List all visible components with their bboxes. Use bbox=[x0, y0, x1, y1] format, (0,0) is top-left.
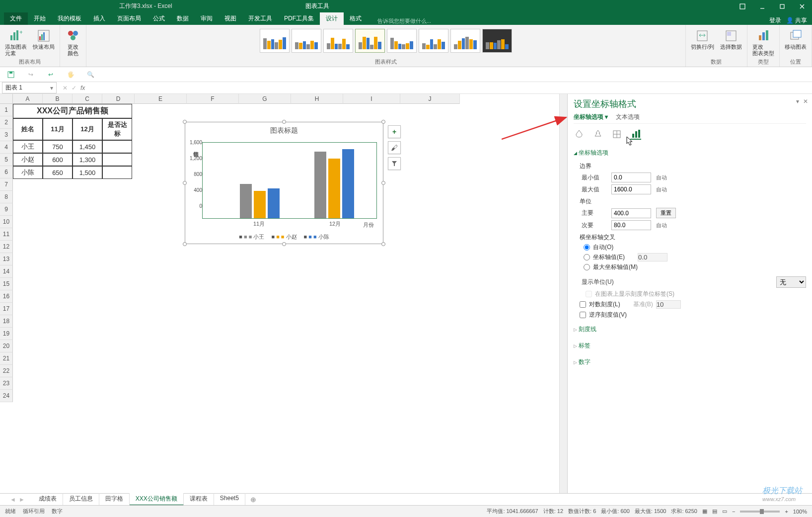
row-header[interactable]: 22 bbox=[0, 365, 13, 377]
legend-item[interactable]: ■ 小赵 bbox=[271, 233, 296, 241]
enter-formula-icon[interactable]: ✓ bbox=[72, 85, 76, 91]
view-normal-icon[interactable]: ▦ bbox=[702, 508, 707, 515]
resize-handle[interactable] bbox=[381, 120, 385, 124]
fx-icon[interactable]: fx bbox=[80, 85, 85, 91]
row-header[interactable]: 8 bbox=[0, 191, 13, 203]
resize-handle[interactable] bbox=[381, 242, 385, 246]
column-header[interactable]: E bbox=[135, 94, 187, 104]
tab-插入[interactable]: 插入 bbox=[87, 12, 111, 25]
sheet-nav-next-icon[interactable]: ► bbox=[19, 496, 25, 503]
row-header[interactable]: 13 bbox=[0, 253, 13, 265]
chart-style-thumb[interactable] bbox=[450, 29, 480, 53]
save-icon[interactable] bbox=[6, 70, 16, 80]
pane-close-icon[interactable]: ✕ bbox=[803, 98, 808, 105]
column-header[interactable]: D bbox=[102, 94, 135, 104]
row-header[interactable]: 3 bbox=[0, 129, 13, 141]
view-page-layout-icon[interactable]: ▤ bbox=[712, 508, 717, 515]
section-number[interactable]: 数字 bbox=[574, 356, 806, 368]
redo-icon[interactable]: ↪ bbox=[26, 70, 36, 80]
column-header[interactable]: J bbox=[400, 94, 460, 104]
chart-legend[interactable]: ■ 小王■ 小赵■ 小陈 bbox=[185, 233, 383, 241]
chart-title[interactable]: 图表标题 bbox=[185, 122, 383, 139]
column-header[interactable]: G bbox=[239, 94, 291, 104]
ribbon-display-options-icon[interactable] bbox=[733, 0, 752, 12]
chart-plot-area[interactable] bbox=[202, 142, 377, 219]
quick-layout-button[interactable]: 快速布局 bbox=[31, 27, 57, 51]
chart-bar[interactable] bbox=[240, 184, 252, 218]
chart-bar[interactable] bbox=[314, 152, 326, 218]
row-header[interactable]: 17 bbox=[0, 303, 13, 315]
row-header[interactable]: 11 bbox=[0, 228, 13, 241]
row-header[interactable]: 5 bbox=[0, 154, 13, 166]
cross-value-input[interactable] bbox=[638, 253, 667, 261]
sheet-tab[interactable]: 田字格 bbox=[99, 493, 130, 506]
tab-开发工具[interactable]: 开发工具 bbox=[242, 12, 278, 25]
spreadsheet-grid[interactable]: ABCDEFGHIJ 12345678910111213141516171819… bbox=[0, 94, 567, 493]
share-button[interactable]: 👤 共享 bbox=[786, 16, 807, 25]
axis-max-input[interactable] bbox=[611, 184, 651, 194]
column-header[interactable]: H bbox=[291, 94, 343, 104]
legend-item[interactable]: ■ 小陈 bbox=[304, 233, 329, 241]
row-header[interactable]: 19 bbox=[0, 328, 13, 340]
chart-style-thumb[interactable] bbox=[482, 29, 512, 53]
print-preview-icon[interactable]: 🔍 bbox=[85, 70, 95, 80]
chart-elements-plus-icon[interactable]: + bbox=[388, 125, 401, 138]
vertical-scrollbar[interactable] bbox=[559, 94, 567, 493]
reverse-order-checkbox[interactable] bbox=[580, 312, 586, 318]
formula-input[interactable] bbox=[89, 84, 808, 91]
log-base-input[interactable] bbox=[656, 300, 681, 309]
cross-value-radio[interactable] bbox=[584, 254, 590, 260]
tab-format[interactable]: 格式 bbox=[344, 12, 368, 25]
log-scale-checkbox[interactable] bbox=[580, 301, 586, 308]
zoom-out-icon[interactable]: − bbox=[732, 509, 735, 515]
pane-tab-axis-options[interactable]: 坐标轴选项 ▾ bbox=[574, 113, 608, 121]
sheet-tab[interactable]: 课程表 bbox=[184, 493, 214, 506]
cross-max-radio[interactable] bbox=[584, 264, 590, 270]
add-chart-element-button[interactable]: + 添加图表 元素 bbox=[3, 27, 29, 58]
row-header[interactable]: 24 bbox=[0, 390, 13, 402]
row-header[interactable]: 23 bbox=[0, 377, 13, 390]
embedded-chart[interactable]: 图表标题 销售额 04008001,2001,600 11月12月 月份 ■ 小… bbox=[185, 122, 383, 244]
zoom-in-icon[interactable]: + bbox=[785, 509, 788, 515]
row-header[interactable]: 20 bbox=[0, 340, 13, 352]
row-header[interactable]: 1 bbox=[0, 104, 13, 116]
tab-开始[interactable]: 开始 bbox=[28, 12, 52, 25]
touch-mode-icon[interactable]: 🖐 bbox=[66, 70, 75, 80]
minimize-icon[interactable] bbox=[752, 0, 772, 12]
row-header[interactable]: 2 bbox=[0, 116, 13, 129]
resize-handle[interactable] bbox=[282, 242, 286, 246]
tell-me-input[interactable]: 告诉我您想要做什么... bbox=[377, 17, 431, 25]
sheet-tab[interactable]: Sheet5 bbox=[214, 493, 245, 506]
chart-style-thumb[interactable] bbox=[323, 29, 353, 53]
select-data-button[interactable]: 选择数据 bbox=[718, 27, 744, 51]
row-header[interactable]: 18 bbox=[0, 315, 13, 328]
chart-style-thumb[interactable] bbox=[355, 29, 385, 53]
chart-bar[interactable] bbox=[328, 159, 340, 218]
chart-style-thumb[interactable] bbox=[419, 29, 448, 53]
tab-我的模板[interactable]: 我的模板 bbox=[52, 12, 87, 25]
major-unit-input[interactable] bbox=[611, 208, 651, 218]
add-sheet-icon[interactable]: ⊕ bbox=[245, 496, 261, 504]
chart-x-axis-title[interactable]: 月份 bbox=[363, 221, 374, 229]
fill-line-icon[interactable] bbox=[574, 129, 585, 140]
column-header[interactable]: A bbox=[13, 94, 43, 104]
chart-bar[interactable] bbox=[268, 188, 280, 218]
tab-数据[interactable]: 数据 bbox=[171, 12, 195, 25]
major-unit-reset-button[interactable]: 重置 bbox=[656, 208, 676, 218]
row-header[interactable]: 16 bbox=[0, 290, 13, 303]
column-header[interactable]: B bbox=[43, 94, 73, 104]
section-tick-marks[interactable]: 刻度线 bbox=[574, 323, 806, 336]
resize-handle[interactable] bbox=[183, 120, 187, 124]
axis-min-input[interactable] bbox=[611, 172, 651, 182]
chart-filter-funnel-icon[interactable] bbox=[388, 157, 401, 170]
chart-bar[interactable] bbox=[342, 149, 354, 218]
resize-handle[interactable] bbox=[183, 242, 187, 246]
undo-icon[interactable]: ↩ bbox=[46, 70, 56, 80]
row-header[interactable]: 7 bbox=[0, 178, 13, 191]
name-box[interactable]: 图表 1▾ bbox=[2, 82, 57, 93]
row-header[interactable]: 14 bbox=[0, 265, 13, 278]
row-header[interactable]: 15 bbox=[0, 278, 13, 290]
display-units-select[interactable]: 无 bbox=[776, 276, 806, 288]
row-header[interactable]: 21 bbox=[0, 352, 13, 365]
login-link[interactable]: 登录 bbox=[769, 16, 781, 25]
